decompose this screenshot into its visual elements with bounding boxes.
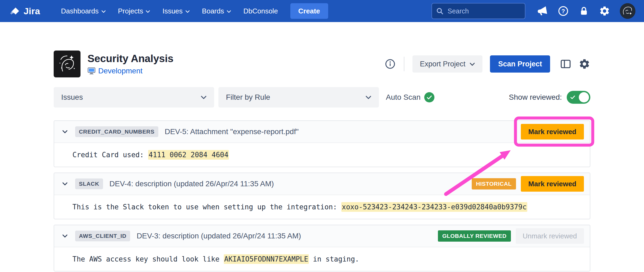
finding-title: DEV-5: Attachment "expense-report.pdf" xyxy=(165,127,299,136)
help-icon: ? xyxy=(558,5,569,17)
page-title: Security Analysis xyxy=(87,53,173,65)
info-button[interactable] xyxy=(385,58,396,70)
chevron-down-icon xyxy=(146,10,150,13)
auto-scan-label: Auto Scan xyxy=(386,93,420,102)
auto-scan-status: Auto Scan xyxy=(386,92,434,102)
nav-item-dbconsole[interactable]: DbConsole xyxy=(243,7,278,15)
search-icon xyxy=(436,7,444,15)
chevron-down-icon xyxy=(101,10,106,13)
lock-icon xyxy=(579,6,589,16)
help-button[interactable]: ? xyxy=(558,5,569,17)
top-navbar: Jira Dashboards Projects Issues Boards D… xyxy=(0,0,644,22)
collapse-chevron-icon[interactable] xyxy=(62,234,68,238)
project-settings-button[interactable] xyxy=(579,58,590,70)
nav-item-label: Issues xyxy=(162,7,182,15)
finding-card: CREDIT_CARD_NUMBERS DEV-5: Attachment "e… xyxy=(54,120,590,167)
secret-value: 4111 0062 2084 4604 xyxy=(148,150,229,160)
scan-project-button[interactable]: Scan Project xyxy=(490,55,550,73)
export-project-button[interactable]: Export Project xyxy=(412,55,483,73)
navbar-search[interactable] xyxy=(431,3,525,19)
divider xyxy=(404,57,404,71)
export-project-label: Export Project xyxy=(420,60,466,68)
header-actions: Export Project Scan Project xyxy=(385,55,590,73)
secret-value: xoxo-523423-234243-234233-e039d02840a0b9… xyxy=(341,202,527,212)
settings-button[interactable] xyxy=(599,5,610,17)
unmark-reviewed-button[interactable]: Unmark reviewed xyxy=(516,228,584,244)
finding-card: SLACK DEV-4: description (updated 26/Apr… xyxy=(54,173,590,219)
main-content: Security Analysis Development xyxy=(54,51,590,271)
issues-filter-value: Issues xyxy=(61,93,83,102)
announcements-button[interactable] xyxy=(537,5,548,17)
mark-reviewed-button[interactable]: Mark reviewed xyxy=(521,124,584,139)
info-icon xyxy=(385,58,396,70)
project-link[interactable]: Development xyxy=(87,67,173,75)
mark-reviewed-button[interactable]: Mark reviewed xyxy=(521,176,584,192)
project-link-label: Development xyxy=(98,67,142,75)
finding-text: This is the Slack token to use when sett… xyxy=(72,203,341,211)
chevron-down-icon xyxy=(470,63,475,66)
finding-content: This is the Slack token to use when sett… xyxy=(54,195,590,219)
globally-reviewed-badge: GLOBALLY REVIEWED xyxy=(438,230,511,242)
finding-title: DEV-4: description (updated 26/Apr/24 11… xyxy=(109,180,274,188)
primary-nav: Dashboards Projects Issues Boards DbCons… xyxy=(61,7,278,15)
rule-filter-dropdown[interactable]: Filter by Rule xyxy=(218,87,379,108)
search-input[interactable] xyxy=(447,7,521,15)
auto-scan-enabled-icon xyxy=(424,92,434,102)
rule-badge: AWS_CLIENT_ID xyxy=(75,231,130,241)
finding-text: The AWS access key should look like xyxy=(72,255,224,263)
finding-text-suffix: in staging. xyxy=(309,255,359,263)
collapse-chevron-icon[interactable] xyxy=(62,130,68,133)
show-reviewed-toggle[interactable] xyxy=(567,91,590,104)
nav-item-label: DbConsole xyxy=(243,7,278,15)
gear-icon xyxy=(579,58,590,70)
permissions-button[interactable] xyxy=(579,6,589,16)
secret-value: AKIAIO5FODNN7EXAMPLE xyxy=(224,254,309,264)
nav-item-boards[interactable]: Boards xyxy=(202,7,231,15)
finding-title: DEV-3: description (updated 26/Apr/24 11… xyxy=(137,232,301,240)
chevron-down-icon xyxy=(201,96,207,99)
finding-header[interactable]: CREDIT_CARD_NUMBERS DEV-5: Attachment "e… xyxy=(54,121,590,143)
project-type-icon xyxy=(87,67,96,75)
chevron-down-icon xyxy=(365,96,371,99)
nav-item-label: Boards xyxy=(202,7,224,15)
finding-content: The AWS access key should look like AKIA… xyxy=(54,247,590,271)
project-avatar xyxy=(54,51,80,77)
nav-item-issues[interactable]: Issues xyxy=(162,7,189,15)
rule-filter-value: Filter by Rule xyxy=(226,93,270,102)
findings-list: CREDIT_CARD_NUMBERS DEV-5: Attachment "e… xyxy=(54,120,590,271)
jira-logo[interactable]: Jira xyxy=(10,5,40,17)
nav-item-label: Projects xyxy=(118,7,143,15)
create-button[interactable]: Create xyxy=(290,3,328,19)
chevron-down-icon xyxy=(185,10,190,13)
finding-header[interactable]: SLACK DEV-4: description (updated 26/Apr… xyxy=(54,173,590,195)
finding-text: Credit Card used: xyxy=(72,151,148,159)
finding-content: Credit Card used: 4111 0062 2084 4604 xyxy=(54,143,590,167)
check-icon xyxy=(570,95,575,99)
collapse-chevron-icon[interactable] xyxy=(62,182,68,185)
rule-badge: SLACK xyxy=(75,178,103,189)
app: Jira Dashboards Projects Issues Boards D… xyxy=(0,0,644,271)
nav-item-label: Dashboards xyxy=(61,7,98,15)
nav-item-projects[interactable]: Projects xyxy=(118,7,150,15)
title-block: Security Analysis Development xyxy=(87,53,173,75)
avatar-pattern xyxy=(620,3,635,19)
filter-bar: Issues Filter by Rule Auto Scan Show rev… xyxy=(54,87,590,108)
finding-header[interactable]: AWS_CLIENT_ID DEV-3: description (update… xyxy=(54,225,590,247)
help-glyph: ? xyxy=(561,8,565,15)
issues-filter-dropdown[interactable]: Issues xyxy=(54,87,214,108)
user-avatar[interactable] xyxy=(620,3,635,19)
jira-logo-text: Jira xyxy=(24,6,40,16)
board-view-button[interactable] xyxy=(560,58,572,70)
check-icon xyxy=(427,95,432,99)
navbar-actions: ? xyxy=(537,3,635,19)
nav-item-dashboards[interactable]: Dashboards xyxy=(61,7,105,15)
chevron-down-icon xyxy=(227,10,231,13)
gear-icon xyxy=(599,5,610,17)
project-header: Security Analysis Development xyxy=(54,51,590,77)
rule-badge: CREDIT_CARD_NUMBERS xyxy=(75,126,158,137)
megaphone-icon xyxy=(536,5,549,18)
historical-badge: HISTORICAL xyxy=(472,178,516,189)
jira-logo-icon xyxy=(10,5,21,17)
project-avatar-art xyxy=(56,53,78,75)
finding-card: AWS_CLIENT_ID DEV-3: description (update… xyxy=(54,225,590,271)
